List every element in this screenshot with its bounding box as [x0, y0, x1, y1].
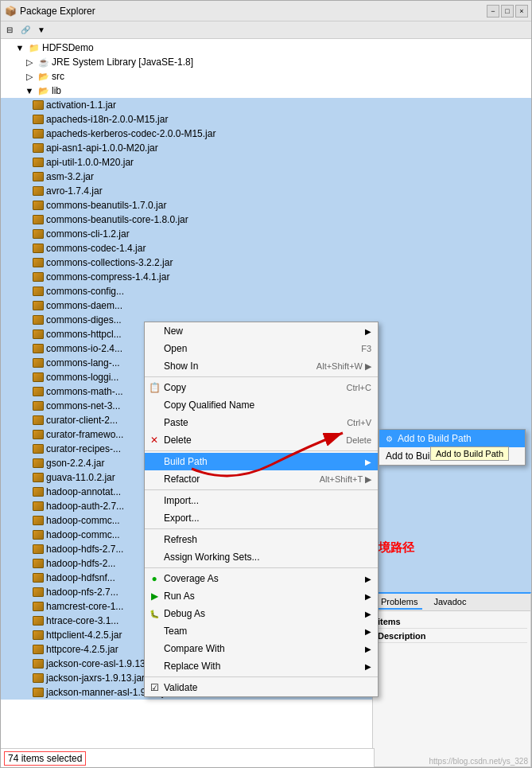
menu-sep-1: [145, 376, 378, 377]
title-bar-controls: − □ ×: [487, 5, 528, 18]
debug-icon: 🐛: [148, 607, 161, 620]
menu-copy-qualified[interactable]: Copy Qualified Name: [145, 396, 378, 414]
jar-label-6: avro-1.7.4.jar: [46, 185, 103, 197]
jar-icon-11: [33, 258, 44, 267]
jar-item-8[interactable]: commons-beanutils-core-1.8.0.jar: [1, 212, 531, 227]
jar-item-5[interactable]: asm-3.2.jar: [1, 170, 531, 184]
jar-label-0: activation-1.1.jar: [46, 99, 116, 111]
jar-item-7[interactable]: commons-beanutils-1.7.0.jar: [1, 198, 531, 212]
collapse-all-button[interactable]: ⊟: [2, 23, 17, 37]
jar-icon-24: [33, 444, 44, 454]
menu-run-as[interactable]: ▶ Run As ▶: [145, 587, 378, 605]
submenu-add-to-build-path-icon[interactable]: ⚙ Add to Build Path: [379, 430, 525, 447]
jar-item-12[interactable]: commons-compress-1.4.1.jar: [1, 270, 531, 284]
jar-item-0[interactable]: activation-1.1.jar: [1, 98, 531, 112]
jar-icon-20: [33, 387, 44, 396]
jar-label-16: commons-httpcl...: [46, 329, 122, 340]
jar-icon-34: [33, 587, 44, 597]
project-label: HDFSDemo: [42, 42, 94, 53]
jar-icon-21: [33, 401, 44, 411]
jar-item-6[interactable]: avro-1.7.4.jar: [1, 184, 531, 198]
jar-item-10[interactable]: commons-codec-1.4.jar: [1, 241, 531, 255]
jar-item-3[interactable]: api-asn1-api-1.0.0-M20.jar: [1, 141, 531, 155]
jar-icon-35: [33, 602, 44, 611]
lib-icon: 📂: [37, 84, 50, 97]
title-bar-text: Package Explorer: [20, 6, 487, 17]
menu-copy[interactable]: 📋 Copy Ctrl+C: [145, 379, 378, 396]
jar-icon-26: [33, 473, 44, 482]
menu-assign-working-sets[interactable]: Assign Working Sets...: [145, 548, 378, 566]
tab-javadoc[interactable]: Javadoc: [429, 595, 471, 610]
view-menu-button[interactable]: ▼: [34, 23, 49, 37]
jar-icon-15: [33, 315, 44, 325]
jar-item-14[interactable]: commons-daem...: [1, 298, 531, 313]
delete-icon: ✕: [148, 434, 161, 446]
build-path-arrow-icon: ▶: [365, 458, 371, 466]
panel-content: items Description: [373, 611, 530, 646]
menu-refresh[interactable]: Refresh: [145, 531, 378, 548]
jar-label-19: commons-loggi...: [46, 372, 118, 383]
jar-label-20: commons-math-...: [46, 386, 123, 397]
jar-icon-2: [33, 129, 44, 138]
menu-debug-as[interactable]: 🐛 Debug As ▶: [145, 605, 378, 622]
menu-validate[interactable]: ☑ Validate: [145, 679, 378, 696]
maximize-button[interactable]: □: [501, 5, 514, 18]
menu-new[interactable]: New ▶: [145, 322, 378, 340]
menu-open[interactable]: Open F3: [145, 340, 378, 357]
jar-label-24: curator-recipes-...: [46, 443, 121, 454]
jar-label-21: commons-net-3...: [46, 400, 120, 411]
menu-show-in[interactable]: Show In Alt+Shift+W ▶: [145, 357, 378, 375]
src-expand-icon: ▷: [23, 70, 36, 83]
jar-item-1[interactable]: apacheds-i18n-2.0.0-M15.jar: [1, 112, 531, 127]
jar-label-25: gson-2.2.4.jar: [46, 458, 104, 469]
menu-paste[interactable]: Paste Ctrl+V: [145, 414, 378, 431]
menu-team[interactable]: Team ▶: [145, 622, 378, 640]
jar-label-23: curator-framewo...: [46, 429, 123, 440]
close-button[interactable]: ×: [515, 5, 528, 18]
jar-item-13[interactable]: commons-config...: [1, 284, 531, 298]
tree-item-lib[interactable]: ▼ 📂 lib: [1, 84, 531, 98]
tree-item-project[interactable]: ▼ 📁 HDFSDemo: [1, 41, 531, 55]
tab-problems[interactable]: Problems: [376, 595, 422, 610]
menu-coverage-as[interactable]: ● Coverage As ▶: [145, 570, 378, 587]
jar-icon-1: [33, 115, 44, 124]
jar-icon-30: [33, 530, 44, 540]
copy-icon: 📋: [148, 381, 161, 394]
context-menu: New ▶ Open F3 Show In Alt+Shift+W ▶ 📋 Co…: [144, 322, 379, 697]
menu-refactor[interactable]: Refactor Alt+Shift+T ▶: [145, 470, 378, 488]
tree-item-jre[interactable]: ▷ ☕ JRE System Library [JavaSE-1.8]: [1, 55, 531, 69]
menu-export[interactable]: Export...: [145, 509, 378, 527]
jar-item-9[interactable]: commons-cli-1.2.jar: [1, 227, 531, 241]
src-label: src: [52, 71, 64, 82]
explorer-toolbar: ⊟ 🔗 ▼: [1, 21, 531, 39]
jar-label-28: hadoop-auth-2.7...: [46, 501, 124, 512]
jar-icon-33: [33, 573, 44, 583]
jar-item-4[interactable]: api-util-1.0.0-M20.jar: [1, 155, 531, 170]
menu-delete[interactable]: ✕ Delete Delete: [145, 431, 378, 449]
minimize-button[interactable]: −: [487, 5, 499, 18]
jar-icon-7: [33, 201, 44, 210]
menu-build-path[interactable]: Build Path ▶: [145, 453, 378, 470]
tree-item-src[interactable]: ▷ 📂 src: [1, 69, 531, 84]
jre-label: JRE System Library [JavaSE-1.8]: [52, 57, 193, 68]
jar-icon-5: [33, 172, 44, 181]
jar-icon-9: [33, 229, 44, 239]
menu-replace-with[interactable]: Replace With ▶: [145, 657, 378, 675]
jar-label-30: hadoop-commc...: [46, 529, 120, 540]
jre-expand-icon: ▷: [23, 56, 36, 68]
new-arrow-icon: ▶: [365, 327, 371, 336]
jar-icon-36: [33, 616, 44, 626]
run-arrow-icon: ▶: [365, 592, 371, 601]
jar-label-40: jackson-jaxrs-1.9.13.jar: [46, 672, 145, 684]
menu-import[interactable]: Import...: [145, 492, 378, 509]
menu-compare-with[interactable]: Compare With ▶: [145, 640, 378, 657]
jar-label-4: api-util-1.0.0-M20.jar: [46, 157, 134, 168]
jar-item-11[interactable]: commons-collections-3.2.2.jar: [1, 255, 531, 270]
jar-icon-0: [33, 100, 44, 110]
jar-item-2[interactable]: apacheds-kerberos-codec-2.0.0-M15.jar: [1, 127, 531, 141]
jar-label-36: htrace-core-3.1...: [46, 615, 118, 626]
items-label: items: [378, 617, 401, 626]
jar-icon-25: [33, 458, 44, 468]
link-with-editor-button[interactable]: 🔗: [18, 23, 33, 37]
jar-icon-12: [33, 272, 44, 282]
